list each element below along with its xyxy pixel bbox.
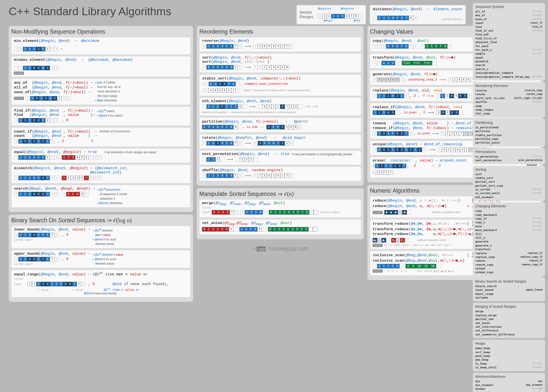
sidebar: Sequence Queriesall_of(C++11)any_of(C++1…	[473, 3, 545, 392]
side-item: findfind_if	[475, 25, 543, 29]
side-group: Partitioningis_partitionedpartitionstabl…	[473, 119, 545, 147]
side-item: lexicographical_compare_three_way(C++20)	[475, 75, 543, 79]
side-item: includes	[475, 296, 543, 300]
distance-card: distance(@begin, @end) → element_count ↓…	[370, 5, 466, 24]
side-group-title: Permutations	[475, 150, 543, 154]
side-item: search_n	[475, 67, 543, 71]
side-item: copy	[475, 209, 543, 213]
side-group-title: Sequence Queries	[475, 5, 543, 9]
side-item: reversereverse_copy	[475, 89, 543, 92]
side-item: partition_point	[475, 141, 543, 145]
side-item: move_backward(C++11)	[475, 228, 543, 232]
side-item: is_permutation(C++11)	[475, 155, 543, 158]
group-nonmod: Non-Modifying Sequence Operations min_el…	[9, 26, 193, 212]
card-reverse: reverse(@begin, @end) 012345678 ⟶ 016543…	[199, 37, 361, 52]
side-item: is_heap(C++11)	[475, 362, 543, 366]
side-item: is_partitioned	[475, 126, 543, 129]
side-group: Binary Search on Sorted Rangesbinary_sea…	[473, 278, 545, 302]
footer: h/cpp hackingcpp.com	[197, 245, 364, 252]
card-lower-bound: lower_bound(@begin, @end, value) → 11234…	[11, 226, 191, 248]
side-item: set_symmetric_difference	[475, 333, 543, 336]
side-item: none_of(C++11)	[475, 17, 543, 21]
side-item: for_each_n(C++17)	[475, 48, 543, 52]
side-item: replacereplace_if	[475, 251, 543, 255]
card-find: find_if(@begin, @end , f(○)↦bool)→ find …	[11, 106, 191, 126]
side-item: is_sorted(C++11)	[475, 188, 543, 191]
page-title: C++ Standard Library Algorithms	[9, 5, 171, 18]
side-item: copy_n(C++11)	[475, 221, 543, 224]
side-item: min_elementmax_element	[475, 383, 543, 387]
group-reorder: Reordering Elements reverse(@begin, @end…	[197, 26, 364, 186]
card-next-perm: next_permutation(@begin, @end) → true 12…	[199, 150, 361, 165]
side-item: binary_search	[475, 284, 543, 288]
side-item: set_difference	[475, 329, 543, 332]
card-search: search(@beg1, @end1, @beg2, @end2) → 012…	[11, 185, 191, 208]
side-item: minmax	[475, 380, 543, 383]
side-group-title: Binary Search on Sorted Ranges	[475, 279, 543, 283]
side-item: stable_partition	[475, 133, 543, 137]
side-item: unique	[475, 267, 543, 270]
card-set-union: set_union(@1beg,@1end, @2beg, @2end, @ou…	[199, 219, 361, 235]
side-item: all_of(C++11)	[475, 10, 543, 13]
page: C++ Standard Library Algorithms Iterator…	[0, 0, 548, 392]
side-item: find_if_not(C++11)	[475, 29, 543, 33]
card-sort: sort(@begin, @end, f(○,○)↦bool) sort(@be…	[199, 53, 361, 73]
side-item: next_permutationprev_permutation	[475, 158, 543, 162]
version: v3.1	[539, 387, 545, 390]
card-minmax-element: minmax_element(@begin, @end) → {@minimum…	[11, 56, 191, 77]
manip-title: Manipulate Sorted Sequences ⇒ 𝒪(n)	[199, 191, 361, 197]
side-group-title: Changing Elements	[475, 204, 543, 208]
card-nth-element: nth_element(@begin, @nth, @end) 42563718…	[199, 97, 361, 116]
side-item: shuffle(C++11)	[475, 100, 543, 104]
side-item: rotaterotate_copy	[475, 92, 543, 96]
side-item: copy_backward	[475, 213, 543, 217]
group-binsearch: Binary Search On Sorted Sequences ⇒ 𝒪(lo…	[9, 215, 193, 302]
side-item: inplace_merge	[475, 314, 543, 317]
side-item: find_end	[475, 33, 543, 36]
card-rotate: rotate(@begin, @newfst, @end) → @old_beg…	[199, 134, 361, 149]
side-group-title: Reordering Elements	[475, 84, 543, 88]
nonmod-title: Non-Modifying Sequence Operations	[11, 28, 191, 35]
side-item: is_sorted_until(C++11)	[475, 191, 543, 195]
card-partition: partition(@begin, @end, f(○)↦bool) → @pa…	[199, 117, 361, 133]
side-item: search	[475, 63, 543, 67]
side-item: generate	[475, 240, 543, 243]
side-group: Merging of Sorted Rangesmergeinplace_mer…	[473, 303, 545, 338]
side-item: any_of(C++11)	[475, 13, 543, 17]
side-group-title: Partitioning	[475, 121, 543, 125]
side-group: Heapsmake_heapsort_heappush_heappop_heap…	[473, 340, 545, 371]
side-item: mismatch	[475, 60, 543, 63]
side-item: push_heap	[475, 354, 543, 358]
side-group: Sequence Queriesall_of(C++11)any_of(C++1…	[473, 3, 545, 80]
side-group: Permutationsis_permutation(C++11)next_pe…	[473, 148, 545, 164]
side-item: replace_copyreplace_copy_if	[475, 255, 543, 259]
card-merge: merge(@1beg, @1end, @2beg, @2end, @out) …	[199, 199, 361, 218]
side-item: minmax_element(C++11)	[475, 391, 543, 392]
side-item: swap_ranges	[475, 108, 543, 112]
side-group-title: Heaps	[475, 341, 543, 345]
side-item: sample(C++17)	[475, 52, 543, 56]
side-item: partition	[475, 129, 543, 133]
card-stable-sort: stable_sort(@begin, @end, compare(○,○)↦b…	[199, 74, 361, 96]
side-item: make_heap	[475, 346, 543, 350]
iterator-ranges-card: IteratorRanges @begin+3 @begin+6 ↓ ↓ 012…	[296, 5, 366, 24]
side-item: set_union	[475, 321, 543, 325]
side-item: merge	[475, 310, 543, 313]
side-item: iter_swap	[475, 112, 543, 115]
binsearch-title: Binary Search On Sorted Sequences ⇒ 𝒪(lo…	[11, 217, 191, 224]
side-item: adjacent_find	[475, 40, 543, 44]
card-min-element: min_element(@begin, @end) → @minimum ↓ ↓…	[11, 37, 191, 55]
card-mismatch: mismatch(@begin1, @end1, @begin2) → {@mi…	[11, 164, 191, 183]
side-item: removeremove_if	[475, 259, 543, 263]
side-item: move(C++11)	[475, 225, 543, 228]
side-item: swap	[475, 104, 543, 108]
side-item: find_first_of	[475, 37, 543, 40]
side-item: lexicographical_compare	[475, 71, 543, 75]
side-group: Changing Elementscopycopy_backwardcopy_i…	[473, 202, 545, 276]
side-group: Reordering Elementsreversereverse_copyro…	[473, 82, 545, 117]
side-item: fill_n	[475, 236, 543, 240]
card-upper-bound: upper_bound(@begin, @end, value) → 11234…	[11, 250, 191, 268]
side-item: stable_sort	[475, 176, 543, 180]
group-manip: Manipulate Sorted Sequences ⇒ 𝒪(n) merge…	[197, 188, 364, 239]
card-shuffle: shuffle(@begin, @end, random_engine) 012…	[199, 166, 361, 181]
